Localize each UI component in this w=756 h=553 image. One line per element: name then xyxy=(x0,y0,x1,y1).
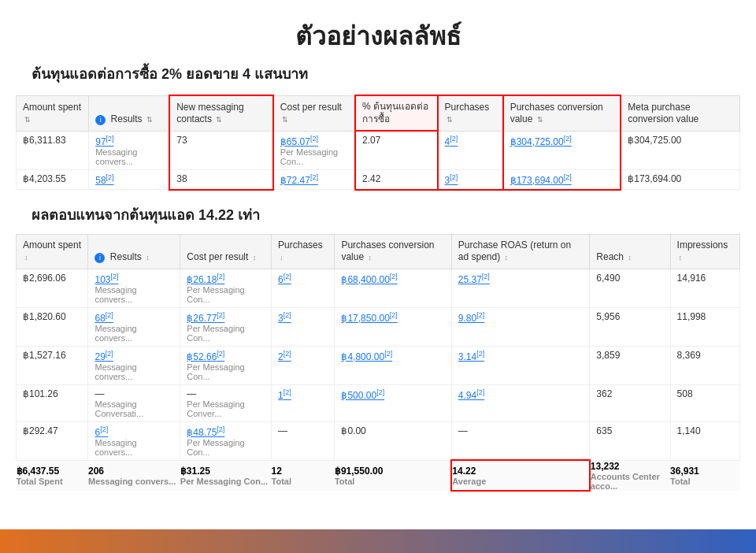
table1-row-2: ฿4,203.55 58[2] 38 ฿72.47[2] 2.42 3[2] ฿… xyxy=(17,169,740,190)
t2-footer-pcv: ฿91,550.00 Total xyxy=(335,460,451,491)
t2-results-1: 103[2] Messaging convers... xyxy=(88,269,180,307)
td-pcv-1: ฿304,725.00[2] xyxy=(503,131,621,169)
td-percent-1: 2.07 xyxy=(355,131,438,169)
t2-amount-4: ฿101.26 xyxy=(17,384,88,421)
td-cost-2: ฿72.47[2] xyxy=(273,169,355,190)
t2-pcv-4: ฿500.00[2] xyxy=(335,384,451,421)
t2-footer-reach: 13,232 Accounts Center acco... xyxy=(590,460,670,491)
t2-roas-1: 25.37[2] xyxy=(451,269,590,307)
td-amount-2: ฿4,203.55 xyxy=(17,169,89,190)
table1: Amount spent ⇅ i Results ⇅ New messaging… xyxy=(16,95,740,191)
table2-wrapper: Amount spent ↕ i Results ↕ Cost per resu… xyxy=(0,234,756,492)
t2-pcv-3: ฿4,800.00[2] xyxy=(335,346,451,384)
t2-sort-pcv[interactable]: ↕ xyxy=(368,254,372,262)
table1-row-1: ฿6,311.83 97[2] Messaging convers... 73 … xyxy=(17,131,740,169)
table2-row-1: ฿2,696.06 103[2] Messaging convers... ฿2… xyxy=(17,269,740,307)
t2-sort-results[interactable]: ↕ xyxy=(146,254,150,262)
t2-reach-5: 635 xyxy=(590,421,670,460)
t2-info-icon: i xyxy=(94,253,105,263)
t2-reach-1: 6,490 xyxy=(590,269,670,307)
t2-roas-3: 3.14[2] xyxy=(451,346,590,384)
t2-pcv-2: ฿17,850.00[2] xyxy=(335,307,451,346)
t2-amount-1: ฿2,696.06 xyxy=(17,269,88,307)
th2-purchases: Purchases ↓ xyxy=(272,234,335,269)
th-new-msg: New messaging contacts ⇅ xyxy=(169,95,273,131)
t2-sort-amount[interactable]: ↕ xyxy=(24,254,28,262)
table2-footer-row: ฿6,437.55 Total Spent 206 Messaging conv… xyxy=(17,460,740,491)
t2-sort-impr[interactable]: ↕ xyxy=(679,254,683,262)
t2-cost-5: ฿48.75[2] Per Messaging Con... xyxy=(180,421,272,460)
t2-cost-3: ฿52.66[2] Per Messaging Con... xyxy=(180,346,272,384)
table2-row-5: ฿292.47 6[2] Messaging convers... ฿48.75… xyxy=(17,421,740,460)
bottom-bar xyxy=(0,529,756,553)
table2-row-2: ฿1,820.60 68[2] Messaging convers... ฿26… xyxy=(17,307,740,346)
subtitle-1: ต้นทุนแอดต่อการซื้อ 2% ยอดขาย 4 แสนบาท xyxy=(0,62,756,95)
td-newmsg-2: 38 xyxy=(169,169,273,190)
t2-purchases-3: 2[2] xyxy=(272,346,335,384)
t2-purchases-4: 1[2] xyxy=(272,384,335,421)
t2-sort-reach[interactable]: ↕ xyxy=(628,254,632,262)
td-meta-pcv-2: ฿173,694.00 xyxy=(621,169,739,190)
t2-impr-1: 14,916 xyxy=(670,269,739,307)
t2-footer-purchases: 12 Total xyxy=(272,460,335,491)
th2-cost: Cost per result ↕ xyxy=(180,234,272,269)
t2-cost-2: ฿26.77[2] Per Messaging Con... xyxy=(180,307,272,346)
td-results-2: 58[2] xyxy=(89,169,170,190)
th-results: i Results ⇅ xyxy=(89,95,170,131)
t2-footer-impressions: 36,931 Total xyxy=(670,460,739,491)
subtitle-2: ผลตอบแทนจากต้นทุนแอด 14.22 เท่า xyxy=(0,191,756,234)
sort-icon-results[interactable]: ⇅ xyxy=(146,116,153,124)
sort-icon-pcv[interactable]: ⇅ xyxy=(537,116,543,124)
td-amount-1: ฿6,311.83 xyxy=(17,131,89,169)
td-cost-1: ฿65.07[2] Per Messaging Con... xyxy=(273,131,355,169)
t2-sort-cost[interactable]: ↕ xyxy=(253,254,257,262)
td-meta-pcv-1: ฿304,725.00 xyxy=(621,131,739,169)
table2-header-row: Amount spent ↕ i Results ↕ Cost per resu… xyxy=(17,234,740,269)
th2-roas: Purchase ROAS (return on ad spend) ↕ xyxy=(451,234,590,269)
t2-purchases-5: — xyxy=(272,421,335,460)
sort-icon-msg[interactable]: ⇅ xyxy=(216,116,222,124)
th-meta-pcv: Meta purchase conversion value xyxy=(621,95,739,131)
th-purchases: Purchases ⇅ xyxy=(438,95,503,131)
th2-amount: Amount spent ↕ xyxy=(17,234,88,269)
th2-results: i Results ↕ xyxy=(88,234,180,269)
t2-pcv-1: ฿68,400.00[2] xyxy=(335,269,451,307)
t2-cost-4: — Per Messaging Conver... xyxy=(180,384,272,421)
sort-icon-purchases[interactable]: ⇅ xyxy=(447,116,453,124)
t2-impr-3: 8,369 xyxy=(670,346,739,384)
t2-reach-2: 5,956 xyxy=(590,307,670,346)
th2-reach: Reach ↕ xyxy=(590,234,670,269)
t2-results-2: 68[2] Messaging convers... xyxy=(88,307,180,346)
t2-footer-cost: ฿31.25 Per Messaging Con... xyxy=(180,460,272,491)
t2-impr-5: 1,140 xyxy=(670,421,739,460)
td-newmsg-1: 73 xyxy=(169,131,273,169)
t2-results-4: — Messaging Conversati... xyxy=(88,384,180,421)
info-icon: i xyxy=(95,115,106,125)
td-pcv-2: ฿173,694.00[2] xyxy=(503,169,621,190)
t2-reach-4: 362 xyxy=(590,384,670,421)
t2-pcv-5: ฿0.00 xyxy=(335,421,451,460)
table1-wrapper: Amount spent ⇅ i Results ⇅ New messaging… xyxy=(0,95,756,191)
table2-row-4: ฿101.26 — Messaging Conversati... — Per … xyxy=(17,384,740,421)
td-percent-2: 2.42 xyxy=(355,169,438,190)
t2-roas-5: — xyxy=(451,421,590,460)
t2-amount-5: ฿292.47 xyxy=(17,421,88,460)
page-title: ตัวอย่างผลลัพธ์ xyxy=(0,0,756,62)
th-cost-per-result: Cost per result ⇅ xyxy=(273,95,355,131)
table1-header-row: Amount spent ⇅ i Results ⇅ New messaging… xyxy=(17,95,740,131)
th-pcv: Purchases conversion value ⇅ xyxy=(503,95,621,131)
t2-sort-purchases[interactable]: ↓ xyxy=(280,254,284,262)
sort-icon-cost[interactable]: ⇅ xyxy=(282,116,288,124)
t2-cost-1: ฿26.18[2] Per Messaging Con... xyxy=(180,269,272,307)
table2: Amount spent ↕ i Results ↕ Cost per resu… xyxy=(16,234,740,492)
t2-impr-2: 11,998 xyxy=(670,307,739,346)
t2-impr-4: 508 xyxy=(670,384,739,421)
t2-footer-roas: 14.22 Average xyxy=(451,460,590,491)
t2-sort-roas[interactable]: ↕ xyxy=(505,254,509,262)
t2-amount-2: ฿1,820.60 xyxy=(17,307,88,346)
t2-amount-3: ฿1,527.16 xyxy=(17,346,88,384)
t2-roas-2: 9.80[2] xyxy=(451,307,590,346)
sort-icon[interactable]: ⇅ xyxy=(24,116,31,124)
table2-row-3: ฿1,527.16 29[2] Messaging convers... ฿52… xyxy=(17,346,740,384)
td-purchases-2: 3[2] xyxy=(438,169,503,190)
